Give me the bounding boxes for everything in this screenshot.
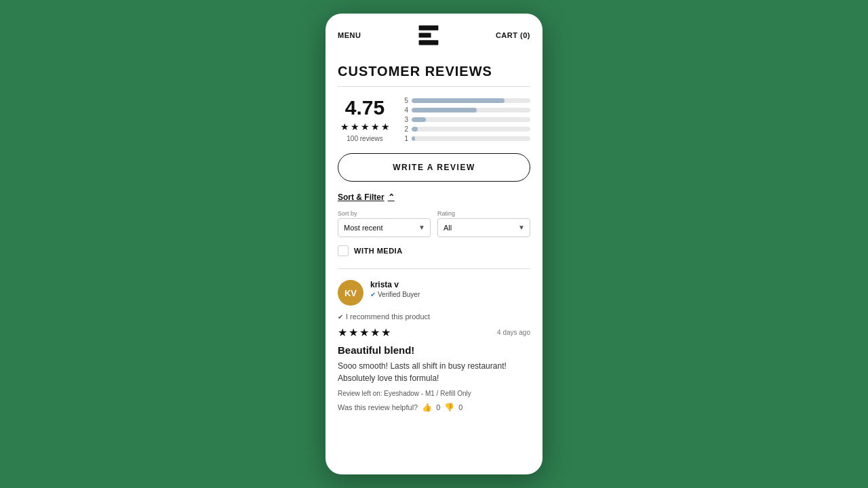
helpful-row: Was this review helpful? 👍 0 👎 0: [338, 403, 530, 412]
bar-fill: [412, 136, 415, 141]
star-5: ★: [381, 121, 390, 132]
average-rating: 4.75: [345, 96, 384, 119]
verified-badge: ✔ Verified Buyer: [370, 291, 420, 298]
title-divider: [338, 86, 530, 87]
summary-stars: ★ ★ ★ ★ ★: [340, 121, 390, 132]
review-stars-row: ★ ★ ★ ★ ★ 4 days ago: [338, 326, 530, 339]
avatar: KV: [338, 280, 363, 306]
star-3: ★: [361, 121, 370, 132]
reviewer-info: krista v ✔ Verified Buyer: [370, 280, 420, 298]
sort-dropdown-wrapper: Sort by Most recent Most helpful Highest…: [338, 210, 431, 237]
thumbs-down-button[interactable]: 👎: [444, 403, 454, 412]
bar-row: 5: [403, 97, 530, 104]
bar-row: 3: [403, 116, 530, 123]
bar-row: 2: [403, 125, 530, 133]
bar-track: [412, 127, 530, 131]
reviewer-header: KV krista v ✔ Verified Buyer: [338, 280, 530, 306]
bar-fill: [412, 108, 477, 113]
bar-track: [412, 98, 530, 103]
review-card: KV krista v ✔ Verified Buyer ✔ I recomme…: [338, 280, 530, 423]
review-star-4: ★: [370, 326, 380, 339]
review-body: Sooo smooth! Lasts all shift in busy res…: [338, 360, 530, 384]
star-2: ★: [351, 121, 359, 132]
sort-filter-label: Sort & Filter: [338, 192, 384, 202]
rating-dropdown-wrapper: Rating All 5 Stars 4 Stars 3 Stars 2 Sta…: [437, 210, 530, 237]
review-stars: ★ ★ ★ ★ ★: [338, 326, 391, 339]
sort-label: Sort by: [338, 210, 431, 217]
sort-select[interactable]: Most recent Most helpful Highest rated L…: [338, 218, 431, 237]
bar-label: 5: [403, 97, 408, 104]
bar-track: [412, 108, 530, 113]
bar-track: [412, 136, 530, 141]
rating-label: Rating: [437, 210, 530, 217]
cart-button[interactable]: CART (0): [496, 31, 530, 39]
write-review-button[interactable]: WRITE A REVIEW: [338, 153, 530, 182]
bar-row: 4: [403, 106, 530, 114]
verified-label: Verified Buyer: [378, 291, 420, 298]
review-star-2: ★: [349, 326, 358, 339]
review-star-5: ★: [381, 326, 391, 339]
sort-filter-section: Sort by Most recent Most helpful Highest…: [338, 210, 530, 237]
reviewer-name: krista v: [370, 280, 420, 289]
section-divider: [338, 268, 530, 269]
with-media-label: WITH MEDIA: [354, 247, 403, 255]
thumbs-up-button[interactable]: 👍: [422, 403, 432, 412]
star-4: ★: [371, 121, 380, 132]
bar-fill: [412, 127, 418, 131]
menu-button[interactable]: MENU: [338, 31, 361, 39]
recommend-label: I recommend this product: [346, 312, 430, 321]
helpful-up-count: 0: [436, 403, 440, 411]
phone-frame: MENU CART (0) CUSTOMER REVIEWS 4.75 ★ ★ …: [326, 14, 542, 474]
bar-label: 4: [403, 106, 408, 114]
review-title: Beautiful blend!: [338, 344, 530, 356]
logo: [416, 23, 441, 47]
bar-label: 1: [403, 135, 408, 142]
rating-left: 4.75 ★ ★ ★ ★ ★ 100 reviews: [338, 96, 392, 142]
svg-rect-1: [418, 33, 431, 37]
bar-fill: [412, 117, 426, 122]
svg-rect-0: [418, 26, 438, 30]
sort-filter-toggle[interactable]: Sort & Filter ⌃: [338, 192, 530, 202]
svg-rect-2: [418, 40, 438, 45]
page-title: CUSTOMER REVIEWS: [338, 64, 530, 79]
recommend-check-icon: ✔: [338, 313, 343, 321]
with-media-checkbox[interactable]: [338, 245, 349, 256]
bar-label: 2: [403, 125, 408, 133]
helpful-down-count: 0: [458, 403, 462, 411]
reviews-count: 100 reviews: [347, 135, 382, 142]
review-star-1: ★: [338, 326, 347, 339]
review-product: Review left on: Eyeshadow - M1 / Refill …: [338, 390, 530, 397]
bar-label: 3: [403, 116, 408, 123]
bar-row: 1: [403, 135, 530, 142]
bar-track: [412, 117, 530, 122]
with-media-row: WITH MEDIA: [338, 245, 530, 256]
header: MENU CART (0): [326, 14, 542, 54]
bar-fill: [412, 98, 505, 103]
recommend-row: ✔ I recommend this product: [338, 312, 530, 321]
review-date: 4 days ago: [497, 329, 530, 336]
rating-select[interactable]: All 5 Stars 4 Stars 3 Stars 2 Stars 1 St…: [437, 218, 530, 237]
verified-check-icon: ✔: [370, 291, 376, 298]
rating-bars: 54321: [403, 96, 530, 142]
review-star-3: ★: [359, 326, 369, 339]
star-1: ★: [340, 121, 349, 132]
main-content: CUSTOMER REVIEWS 4.75 ★ ★ ★ ★ ★ 100 revi…: [326, 54, 542, 474]
helpful-label: Was this review helpful?: [338, 403, 418, 411]
chevron-up-icon: ⌃: [388, 192, 395, 202]
rating-summary: 4.75 ★ ★ ★ ★ ★ 100 reviews 54321: [338, 96, 530, 142]
